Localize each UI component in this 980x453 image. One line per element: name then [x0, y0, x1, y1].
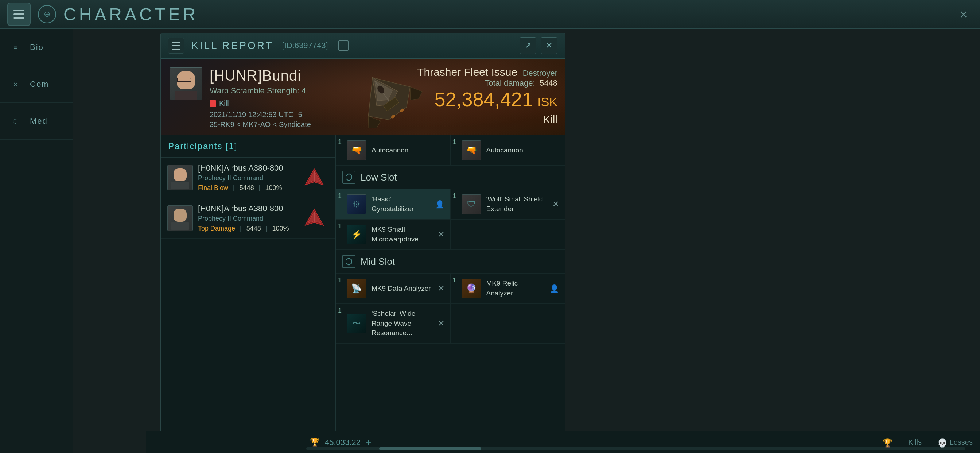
avatar-body [175, 91, 197, 100]
mid-slot-icon [342, 255, 355, 268]
participant-1-stats: Final Blow | 5448 | 100% [198, 184, 294, 192]
kill-label: Kill [219, 99, 229, 108]
ship-stats: Thrasher Fleet Issue Destroyer Total dam… [417, 66, 557, 126]
participant-row-2[interactable]: [H0NK]Airbus A380-800 Prophecy II Comman… [161, 198, 336, 239]
data-analyzer-name: MK9 Data Analyzer [372, 284, 431, 293]
module-qty-relic: 1 [453, 276, 457, 284]
kr-info-section: [HUNR]Bundi Warp Scramble Strength: 4 Ki… [161, 59, 565, 135]
damage-value: 5448 [539, 78, 557, 88]
p2-head [173, 209, 187, 222]
sep4: | [266, 225, 267, 232]
sep3: | [240, 225, 242, 232]
sidebar-item-medals[interactable]: ⬡ Med [0, 103, 73, 140]
scrollbar-track [306, 447, 966, 450]
p2-body [171, 222, 189, 230]
isk-value: 52,384,421 [434, 88, 533, 110]
shield-extender-remove[interactable]: ✕ [552, 199, 559, 209]
participant-1-ship-icon [300, 167, 329, 188]
mid-slot-header: Mid Slot [336, 250, 565, 274]
kill-indicator [210, 100, 216, 107]
autocannon-1-icon-inner: 🔫 [351, 145, 362, 155]
victim-info: [HUNR]Bundi Warp Scramble Strength: 4 Ki… [210, 67, 311, 129]
participant-2-avatar-img [168, 206, 192, 231]
low-slot-row-2: 1 ⚡ MK9 Small Microwarpdrive ✕ [336, 220, 565, 250]
kills-icon: 🏆 [883, 439, 892, 448]
avatar-glasses [177, 78, 191, 82]
module-qty-wave: 1 [338, 307, 342, 314]
copy-id-button[interactable] [338, 40, 348, 51]
participant-2-stats: Top Damage | 5448 | 100% [198, 225, 294, 232]
module-qty-1: 1 [338, 138, 342, 146]
microwarpdrive-remove[interactable]: ✕ [438, 230, 444, 239]
module-qty-shield: 1 [453, 192, 457, 200]
module-qty-2: 1 [453, 138, 457, 146]
top-bar: ⊕ CHARACTER × [0, 0, 980, 29]
sidebar-item-combat[interactable]: ✕ Com [0, 66, 73, 103]
module-wave-resonance: 1 〜 'Scholar' Wide Range Wave Resonance.… [336, 304, 450, 344]
autocannon-2-name: Autocannon [486, 145, 523, 155]
module-empty [450, 220, 565, 250]
close-kr-button[interactable]: ✕ [541, 37, 557, 54]
participants-panel: Participants [1] [H0NK]Airbus A380-800 P… [161, 135, 336, 449]
sep2: | [259, 184, 261, 191]
module-autocannon-2: 1 🔫 Autocannon [450, 135, 565, 166]
kr-hamburger-icon [172, 42, 180, 49]
participant-1-avatar [167, 165, 193, 190]
autocannon-1-name: Autocannon [372, 145, 408, 155]
final-blow-label: Final Blow [198, 184, 228, 191]
data-analyzer-remove[interactable]: ✕ [438, 284, 444, 293]
gyrostabilizer-person-icon: 👤 [435, 200, 444, 209]
ship-name-row: Thrasher Fleet Issue Destroyer [417, 66, 557, 78]
hamburger-icon [13, 10, 24, 19]
bio-icon: ≡ [7, 39, 23, 56]
bottom-icon: 🏆 [310, 438, 320, 447]
wave-resonance-icon: 〜 [347, 314, 366, 333]
microwarpdrive-icon-inner: ⚡ [351, 230, 362, 239]
kill-report-id: [ID:6397743] [282, 41, 328, 50]
wave-resonance-remove[interactable]: ✕ [438, 319, 444, 328]
sidebar-bio-label: Bio [30, 43, 44, 52]
participants-header: Participants [1] [161, 135, 336, 158]
medals-icon: ⬡ [7, 113, 23, 129]
p1-body [171, 182, 189, 189]
module-qty-gyro: 1 [338, 192, 342, 200]
microwarpdrive-name: MK9 Small Microwarpdrive [372, 225, 433, 244]
bottom-value-row: 🏆 45,033.22 + [310, 437, 371, 448]
bottom-plus-button[interactable]: + [366, 437, 371, 448]
p2-damage: 5448 [247, 225, 261, 232]
damage-label: Total damage: [485, 78, 535, 88]
victim-name: [HUNR]Bundi [210, 67, 311, 84]
relic-analyzer-name: MK9 Relic Analyzer [486, 279, 545, 298]
sidebar-medals-label: Med [30, 116, 48, 126]
relic-analyzer-icon-inner: 🔮 [466, 283, 477, 293]
menu-button[interactable] [7, 3, 30, 26]
wave-resonance-icon-inner: 〜 [352, 318, 361, 329]
mid-slot-title: Mid Slot [361, 256, 395, 267]
module-autocannon-1: 1 🔫 Autocannon [336, 135, 450, 166]
low-slot-icon [342, 171, 355, 184]
combat-icon: ✕ [7, 76, 23, 92]
close-app-button[interactable]: × [955, 5, 973, 24]
data-analyzer-icon-inner: 📡 [351, 283, 362, 293]
participant-1-avatar-img [168, 165, 192, 190]
kr-menu-button[interactable] [168, 38, 184, 54]
external-link-button[interactable]: ↗ [520, 37, 536, 54]
ship-type: Destroyer [523, 69, 557, 78]
scrollbar-thumb[interactable] [379, 447, 481, 450]
victim-location: 35-RK9 < MK7-AO < Syndicate [210, 120, 311, 129]
victim-avatar [170, 67, 202, 100]
p1-pct: 100% [266, 184, 282, 191]
low-slot-header: Low Slot [336, 166, 565, 189]
module-microwarpdrive: 1 ⚡ MK9 Small Microwarpdrive ✕ [336, 220, 450, 250]
low-slot-row-1: 1 ⚙ 'Basic' Gyrostabilizer 👤 1 🛡 'Wolf' … [336, 189, 565, 220]
autocannon-1-icon: 🔫 [347, 140, 366, 160]
participant-row-1[interactable]: [H0NK]Airbus A380-800 Prophecy II Comman… [161, 158, 336, 198]
participants-section: Participants [1] [H0NK]Airbus A380-800 P… [161, 135, 565, 449]
module-gyrostabilizer: 1 ⚙ 'Basic' Gyrostabilizer 👤 [336, 189, 450, 220]
autocannon-2-icon: 🔫 [461, 140, 481, 160]
sidebar: ≡ Bio ✕ Com ⬡ Med [0, 29, 73, 453]
autocannon-2-icon-inner: 🔫 [466, 145, 477, 155]
sep1: | [233, 184, 235, 191]
damage-row: Total damage: 5448 [417, 78, 557, 88]
sidebar-item-bio[interactable]: ≡ Bio [0, 29, 73, 66]
